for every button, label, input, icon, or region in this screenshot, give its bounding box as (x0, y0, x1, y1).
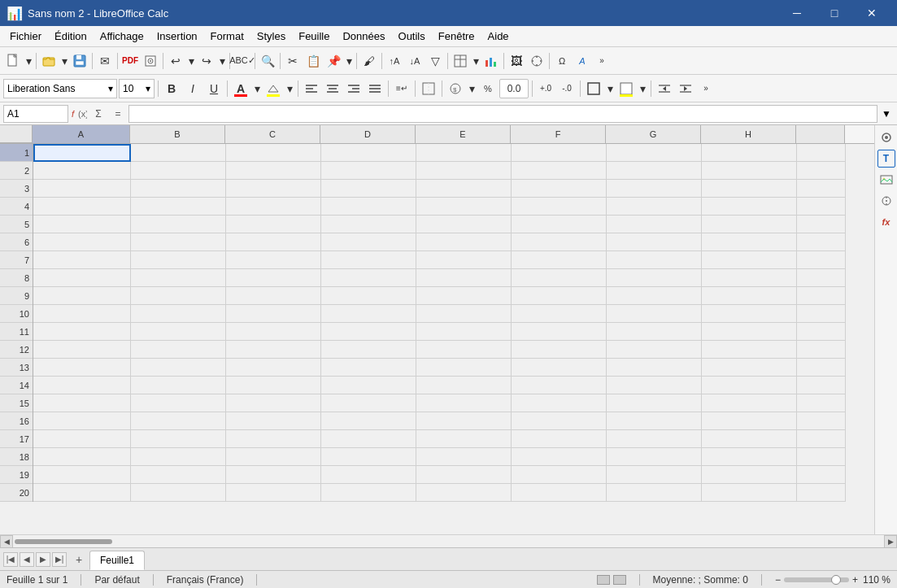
cell-D16[interactable] (321, 412, 416, 430)
font-color-button[interactable]: A (231, 79, 250, 98)
zoom-out-button[interactable]: − (775, 574, 781, 586)
cell-E8[interactable] (416, 269, 512, 287)
menu-item-donnees[interactable]: Données (336, 28, 391, 45)
cell-A9[interactable] (33, 287, 131, 305)
function-wizard-sidebar[interactable]: fx (877, 213, 895, 231)
menu-item-fenetre[interactable]: Fenêtre (432, 28, 481, 45)
cell-C18[interactable] (226, 448, 321, 466)
cell-D11[interactable] (321, 323, 416, 341)
cell-D3[interactable] (321, 180, 416, 198)
row-num-15[interactable]: 15 (0, 394, 33, 412)
copy-button[interactable]: 📋 (303, 51, 323, 71)
cell-A16[interactable] (33, 412, 131, 430)
cell-D1[interactable] (321, 144, 416, 162)
cell-A4[interactable] (33, 198, 131, 216)
cell-I17[interactable] (797, 430, 846, 448)
row-num-20[interactable]: 20 (0, 484, 33, 502)
cell-G3[interactable] (607, 180, 702, 198)
text-formatting-sidebar[interactable]: T (877, 150, 895, 168)
row-num-18[interactable]: 18 (0, 448, 33, 466)
open-dropdown[interactable]: ▾ (59, 51, 69, 71)
cell-C11[interactable] (226, 323, 321, 341)
remove-decimal-button[interactable]: -.0 (557, 79, 577, 98)
italic-button[interactable]: I (183, 79, 202, 98)
cell-E17[interactable] (416, 430, 512, 448)
cell-D2[interactable] (321, 162, 416, 180)
cell-H10[interactable] (702, 305, 797, 323)
bold-button[interactable]: B (162, 79, 181, 98)
cell-F7[interactable] (512, 251, 607, 269)
cell-H18[interactable] (702, 448, 797, 466)
cell-B8[interactable] (131, 269, 226, 287)
cell-F19[interactable] (512, 466, 607, 484)
paste-button[interactable]: 📌 (324, 51, 343, 71)
cell-C5[interactable] (226, 216, 321, 233)
close-button[interactable]: ✕ (853, 0, 890, 26)
cell-E14[interactable] (416, 377, 512, 394)
cell-H17[interactable] (702, 430, 797, 448)
cell-E18[interactable] (416, 448, 512, 466)
align-left-button[interactable] (302, 79, 321, 98)
tab-prev-button[interactable]: ◀ (20, 552, 34, 567)
cell-I9[interactable] (797, 287, 846, 305)
cell-F6[interactable] (512, 233, 607, 251)
cell-C10[interactable] (226, 305, 321, 323)
cell-B1[interactable] (131, 144, 226, 162)
col-header-b[interactable]: B (130, 125, 225, 143)
spellcheck-button[interactable]: ABC✓ (233, 51, 252, 71)
cell-A6[interactable] (33, 233, 131, 251)
cell-D9[interactable] (321, 287, 416, 305)
cell-E3[interactable] (416, 180, 512, 198)
cell-A14[interactable] (33, 377, 131, 394)
cell-D15[interactable] (321, 394, 416, 412)
row-num-7[interactable]: 7 (0, 251, 33, 269)
cell-B11[interactable] (131, 323, 226, 341)
gallery-button[interactable]: 🖼 (507, 51, 526, 71)
menu-item-styles[interactable]: Styles (250, 28, 292, 45)
cell-C2[interactable] (226, 162, 321, 180)
cell-D18[interactable] (321, 448, 416, 466)
cell-F15[interactable] (512, 394, 607, 412)
scroll-left-button[interactable]: ◀ (0, 535, 13, 548)
align-center-button[interactable] (323, 79, 342, 98)
cell-F9[interactable] (512, 287, 607, 305)
redo-button[interactable]: ↪ (197, 51, 216, 71)
sort-desc-button[interactable]: ↓A (405, 51, 425, 71)
cell-B10[interactable] (131, 305, 226, 323)
cell-D20[interactable] (321, 484, 416, 502)
cell-C7[interactable] (226, 251, 321, 269)
cell-I4[interactable] (797, 198, 846, 216)
cell-I7[interactable] (797, 251, 846, 269)
sel-mode-icon2[interactable] (613, 575, 626, 585)
cell-I13[interactable] (797, 359, 846, 377)
col-header-c[interactable]: C (225, 125, 320, 143)
tab-last-button[interactable]: ▶| (52, 552, 67, 567)
toolbar-overflow[interactable]: » (594, 51, 609, 71)
cell-I6[interactable] (797, 233, 846, 251)
cell-C13[interactable] (226, 359, 321, 377)
cell-G7[interactable] (607, 251, 702, 269)
tab-next-button[interactable]: ▶ (36, 552, 50, 567)
cell-E4[interactable] (416, 198, 512, 216)
cell-reference-box[interactable]: A1 (3, 105, 68, 123)
cell-C12[interactable] (226, 341, 321, 359)
cell-B9[interactable] (131, 287, 226, 305)
cell-G15[interactable] (607, 394, 702, 412)
percent-button[interactable]: % (478, 79, 498, 98)
cell-H11[interactable] (702, 323, 797, 341)
currency-dropdown[interactable]: ▾ (467, 79, 477, 98)
menu-item-aide[interactable]: Aide (481, 28, 516, 45)
cell-G5[interactable] (607, 216, 702, 233)
cell-G12[interactable] (607, 341, 702, 359)
highlight-dropdown[interactable]: ▾ (285, 79, 294, 98)
fontwork-button[interactable]: A (573, 51, 592, 71)
underline-button[interactable]: U (204, 79, 224, 98)
paste-dropdown[interactable]: ▾ (344, 51, 354, 71)
cell-I10[interactable] (797, 305, 846, 323)
formula-sum-button[interactable]: Σ (89, 105, 107, 123)
menu-item-insertion[interactable]: Insertion (150, 28, 204, 45)
cell-D6[interactable] (321, 233, 416, 251)
grid-container[interactable]: 1 2 3 4 5 6 7 8 9 10 11 12 13 14 15 16 1 (0, 144, 874, 534)
gallery-sidebar[interactable] (877, 171, 895, 189)
cell-H3[interactable] (702, 180, 797, 198)
